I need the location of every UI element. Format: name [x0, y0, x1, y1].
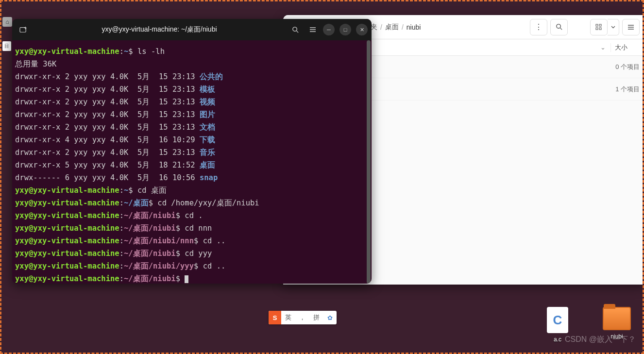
view-dropdown-button[interactable]	[608, 19, 619, 35]
hamburger-button[interactable]	[622, 19, 640, 35]
hamburger-icon	[627, 24, 634, 30]
terminal-menu-button[interactable]	[305, 22, 320, 37]
breadcrumb-sep: /	[402, 23, 404, 31]
grid-icon	[595, 24, 602, 31]
desktop-label: a.c	[554, 336, 561, 343]
svg-line-13	[296, 31, 298, 33]
desktop-icons: C a.c niubi	[541, 307, 634, 343]
breadcrumb[interactable]: 夹 / 桌面 / niubi	[371, 23, 421, 32]
desktop-file-c[interactable]: C a.c	[541, 307, 575, 343]
file-size: 0 个项目	[615, 63, 640, 71]
c-file-icon: C	[547, 307, 568, 333]
dock-doc-icon[interactable]: 目	[2, 41, 11, 51]
desktop-label: niubi	[610, 333, 623, 340]
hamburger-icon	[309, 27, 316, 33]
terminal-window: yxy@yxy-virtual-machine: ~/桌面/niubi ─ □ …	[12, 19, 372, 284]
svg-line-1	[560, 28, 562, 30]
chevron-down-icon	[611, 26, 615, 29]
breadcrumb-current[interactable]: niubi	[407, 23, 421, 31]
search-icon	[292, 26, 299, 34]
terminal-output[interactable]: yxy@yxy-virtual-machine:~$ ls -lh 总用量 36…	[12, 40, 372, 284]
new-tab-button[interactable]	[16, 22, 31, 37]
menu-button[interactable]: ⋮	[530, 19, 547, 35]
ime-mode[interactable]: 拼	[309, 313, 323, 322]
svg-rect-5	[599, 28, 601, 30]
file-size: 1 个项目	[615, 85, 640, 94]
view-grid-button[interactable]	[590, 19, 608, 35]
ime-lang[interactable]: 英	[281, 313, 295, 322]
svg-rect-4	[596, 28, 598, 30]
search-icon	[556, 23, 563, 31]
svg-point-0	[556, 24, 560, 28]
ime-logo-icon: S	[269, 311, 281, 324]
breadcrumb-part[interactable]: 桌面	[385, 23, 399, 32]
desktop-folder-niubi[interactable]: niubi	[600, 307, 634, 343]
svg-point-12	[292, 27, 296, 31]
breadcrumb-part[interactable]: 夹	[371, 23, 377, 32]
dock-home-icon[interactable]: ⌂	[2, 17, 12, 27]
folder-icon	[603, 307, 631, 330]
maximize-button[interactable]: □	[339, 24, 351, 35]
terminal-titlebar: yxy@yxy-virtual-machine: ~/桌面/niubi ─ □ …	[12, 19, 372, 40]
ime-sep: ，	[295, 313, 309, 322]
search-button[interactable]	[550, 19, 568, 35]
close-button[interactable]: ✕	[356, 24, 368, 35]
breadcrumb-sep: /	[380, 23, 382, 31]
scrollbar[interactable]	[367, 40, 371, 284]
sort-indicator-icon: ⌄	[600, 44, 606, 51]
minimize-button[interactable]: ─	[323, 24, 335, 35]
column-size[interactable]: 大小	[610, 43, 644, 52]
svg-rect-2	[596, 24, 598, 26]
ime-settings-icon[interactable]: ✿	[323, 314, 337, 321]
tab-icon	[19, 26, 27, 33]
svg-rect-3	[599, 24, 601, 26]
terminal-title: yxy@yxy-virtual-machine: ~/桌面/niubi	[34, 25, 285, 34]
ime-toolbar[interactable]: S 英 ， 拼 ✿	[269, 311, 337, 324]
terminal-search-button[interactable]	[288, 22, 303, 37]
